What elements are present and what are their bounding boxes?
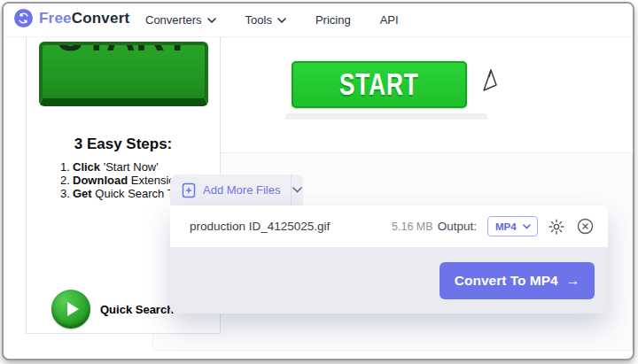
chevron-down-icon	[277, 18, 286, 23]
conversion-settings-button[interactable]	[547, 217, 566, 236]
quick-search-button[interactable]: Quick Search	[51, 290, 174, 329]
sync-arrows-icon	[14, 9, 33, 27]
nav-item-pricing[interactable]: Pricing	[315, 13, 351, 27]
screenshot-frame: FreeConvert Converters Tools Pricing API…	[2, 2, 634, 360]
add-more-files-label: Add More Files	[203, 183, 280, 197]
file-name: production ID_4125025.gif	[190, 220, 392, 233]
step-item: 1.Click 'Start Now'	[60, 160, 189, 174]
output-controls: Output: MP4	[438, 216, 595, 236]
hero-start-button[interactable]: START	[292, 61, 467, 108]
navbar: FreeConvert Converters Tools Pricing API	[4, 4, 633, 37]
quick-search-label: Quick Search	[100, 303, 174, 316]
steps-list: 1.Click 'Start Now' 2.Download Extension…	[60, 160, 189, 200]
format-select[interactable]: MP4	[487, 216, 538, 236]
format-select-value: MP4	[495, 221, 517, 232]
arrow-right-icon: →	[566, 273, 580, 289]
nav-links: Converters Tools Pricing API	[145, 4, 399, 36]
promo-start-button[interactable]: START	[39, 42, 208, 106]
nav-item-converters[interactable]: Converters	[145, 13, 216, 27]
step-item: 2.Download Extension	[60, 174, 189, 187]
chevron-down-icon	[523, 224, 531, 229]
brand-name: FreeConvert	[39, 10, 129, 27]
step-item: 3.Get Quick Search Tool	[60, 187, 189, 200]
steps-title: 3 Easy Steps:	[27, 136, 220, 153]
play-icon	[51, 290, 90, 329]
add-files-dropdown-button[interactable]	[292, 174, 303, 205]
add-more-files-tab: Add More Files	[170, 174, 303, 205]
chevron-down-icon	[292, 187, 302, 193]
convert-button[interactable]: Convert To MP4 →	[440, 262, 595, 299]
file-plus-icon	[182, 182, 196, 198]
hero-underline-bar	[285, 113, 487, 120]
add-more-files-button[interactable]: Add More Files	[170, 174, 291, 205]
close-circle-icon	[576, 217, 595, 236]
chevron-down-icon	[207, 18, 216, 23]
nav-item-api[interactable]: API	[380, 13, 399, 27]
file-list-card: production ID_4125025.gif 5.16 MB Output…	[170, 205, 608, 314]
brand-logo[interactable]: FreeConvert	[14, 9, 129, 27]
remove-file-button[interactable]	[575, 217, 595, 236]
cursor-icon	[478, 66, 502, 98]
file-row: production ID_4125025.gif 5.16 MB Output…	[170, 205, 608, 247]
nav-item-tools[interactable]: Tools	[245, 13, 286, 27]
modal-footer: Convert To MP4 →	[170, 247, 608, 314]
file-size: 5.16 MB	[392, 221, 433, 233]
gear-icon	[548, 218, 565, 236]
output-label: Output:	[438, 220, 477, 233]
